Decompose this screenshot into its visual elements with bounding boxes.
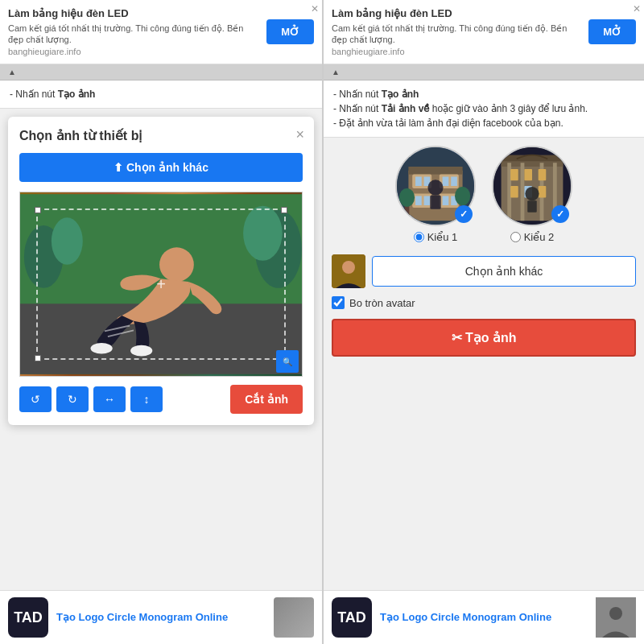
right-ad-text: Làm bảng hiệu đèn LED Cam kết giá tốt nh… — [332, 7, 588, 56]
left-collapse-arrow-icon: ▲ — [8, 68, 16, 76]
right-ad-title: Làm bảng hiệu đèn LED — [332, 7, 582, 21]
redo-button[interactable]: ↻ — [56, 386, 89, 412]
modal-close-icon[interactable]: × — [295, 126, 304, 143]
left-ad-close-icon[interactable]: ✕ — [311, 3, 319, 14]
svg-rect-39 — [524, 169, 532, 180]
svg-rect-40 — [539, 169, 547, 180]
svg-point-24 — [427, 180, 443, 195]
cropper-area[interactable]: + 🔍 — [19, 192, 303, 377]
svg-rect-21 — [424, 196, 431, 205]
right-bottom-ad-icon: TAD — [332, 597, 372, 638]
left-bottom-ad-title: Tạo Logo Circle Monogram Online — [56, 611, 228, 625]
crop-thumbnail: 🔍 — [276, 350, 299, 373]
svg-rect-19 — [451, 176, 457, 186]
right-ad-close-icon[interactable]: ✕ — [633, 3, 641, 14]
tool-row: ↺ ↻ ↔ ↕ Cắt ảnh — [19, 385, 303, 414]
style-1-radio[interactable] — [414, 232, 424, 242]
left-ad-open-button[interactable]: MỞ — [266, 19, 314, 44]
svg-rect-38 — [510, 169, 518, 180]
svg-point-44 — [525, 187, 539, 200]
style-1-text: Kiểu 1 — [427, 231, 458, 243]
style-1-label[interactable]: Kiểu 1 — [414, 231, 458, 243]
svg-point-27 — [399, 188, 415, 207]
right-bottom-ad-image — [596, 597, 636, 638]
style-selector: ✓ Kiểu 1 — [332, 146, 636, 243]
style-2-radio[interactable] — [510, 232, 521, 242]
create-photo-button[interactable]: ✂ Tạo ảnh — [332, 319, 636, 357]
right-bottom-ad-title: Tạo Logo Circle Monogram Online — [380, 611, 551, 625]
checkbox-row: Bo tròn avatar — [332, 296, 636, 309]
right-panel: Làm bảng hiệu đèn LED Cam kết giá tốt nh… — [322, 0, 644, 644]
right-collapse-bar[interactable]: ▲ — [324, 64, 644, 80]
modal-title: Chọn ảnh từ thiết bị — [19, 128, 303, 143]
left-ad-text: Làm bảng hiệu đèn LED Cam kết giá tốt nh… — [8, 7, 266, 56]
left-ad-domain: banghieugiare.info — [8, 47, 260, 56]
style-2-check-icon: ✓ — [551, 205, 569, 223]
modal-box: × Chọn ảnh từ thiết bị ⬆ Chọn ảnh khác — [8, 117, 314, 425]
svg-rect-43 — [539, 186, 547, 197]
right-instruction-line-3: - Đặt ảnh vừa tải làm ảnh đại diện faceb… — [333, 116, 634, 130]
right-instruction-line-2: - Nhấn nút Tải ảnh về hoặc giữ vào ảnh 3… — [333, 101, 634, 116]
style-2-label[interactable]: Kiểu 2 — [510, 231, 555, 243]
svg-rect-20 — [415, 196, 422, 205]
svg-rect-18 — [443, 176, 449, 186]
left-instructions: - Nhấn nút Tạo ảnh — [0, 80, 322, 109]
left-bottom-ad-image — [274, 597, 314, 638]
flip-horizontal-button[interactable]: ↔ — [93, 386, 126, 412]
right-ad-desc: Cam kết giá tốt nhất thị trường. Thi côn… — [332, 23, 582, 46]
svg-rect-36 — [521, 163, 525, 221]
style-1-check-icon: ✓ — [455, 205, 473, 223]
style-1-avatar-wrap: ✓ — [395, 146, 476, 226]
left-collapse-bar[interactable]: ▲ — [0, 64, 322, 80]
left-ad-desc: Cam kết giá tốt nhất thị trường. Thi côn… — [8, 23, 260, 46]
right-ad-domain: banghieugiare.info — [332, 47, 582, 56]
cut-button[interactable]: Cắt ảnh — [230, 385, 303, 414]
choose-photo-button[interactable]: Chọn ảnh khác — [372, 256, 636, 287]
style-option-2[interactable]: ✓ Kiểu 2 — [492, 146, 572, 243]
flip-vertical-button[interactable]: ↕ — [130, 386, 163, 412]
svg-rect-25 — [430, 196, 440, 209]
left-instruction-line: - Nhấn nút Tạo ảnh — [10, 87, 312, 101]
crop-handle-tr[interactable] — [281, 207, 287, 213]
crop-handle-tl[interactable] — [35, 207, 41, 213]
style-option-1[interactable]: ✓ Kiểu 1 — [395, 146, 476, 243]
right-instruction-line-1: - Nhấn nút Tạo ảnh — [333, 87, 634, 101]
crop-overlay[interactable]: + — [36, 208, 286, 360]
right-main-content: ✓ Kiểu 1 — [324, 138, 644, 590]
right-instructions: - Nhấn nút Tạo ảnh - Nhấn nút Tải ảnh về… — [324, 80, 644, 138]
style-2-avatar-wrap: ✓ — [492, 146, 572, 226]
style-2-text: Kiểu 2 — [524, 231, 555, 243]
svg-rect-11 — [408, 167, 462, 175]
left-bottom-ad: TAD Tạo Logo Circle Monogram Online — [0, 590, 322, 644]
right-ad-open-button[interactable]: MỞ — [588, 19, 636, 44]
svg-point-29 — [455, 187, 470, 205]
mini-photo-preview — [332, 254, 365, 288]
svg-rect-33 — [502, 155, 564, 162]
right-bottom-ad: TAD Tạo Logo Circle Monogram Online — [324, 590, 644, 644]
left-ad-title: Làm bảng hiệu đèn LED — [8, 7, 260, 21]
round-avatar-label: Bo tròn avatar — [349, 297, 415, 309]
undo-button[interactable]: ↺ — [19, 386, 52, 412]
left-panel: Làm bảng hiệu đèn LED Cam kết giá tốt nh… — [0, 0, 322, 644]
right-ad-banner: Làm bảng hiệu đèn LED Cam kết giá tốt nh… — [324, 0, 644, 64]
crop-handle-bl[interactable] — [35, 355, 41, 361]
svg-rect-22 — [443, 196, 449, 205]
round-avatar-checkbox[interactable] — [332, 296, 345, 309]
left-ad-banner: Làm bảng hiệu đèn LED Cam kết giá tốt nh… — [0, 0, 322, 64]
left-bottom-ad-icon: TAD — [8, 597, 48, 638]
svg-rect-16 — [415, 176, 422, 186]
svg-point-49 — [609, 607, 622, 620]
svg-point-47 — [342, 261, 355, 274]
choose-photo-row: Chọn ảnh khác — [332, 254, 636, 288]
right-collapse-arrow-icon: ▲ — [332, 68, 340, 76]
left-main-content: × Chọn ảnh từ thiết bị ⬆ Chọn ảnh khác — [0, 109, 322, 590]
crop-center-icon: + — [156, 275, 166, 294]
svg-rect-41 — [510, 186, 518, 197]
svg-rect-45 — [527, 200, 537, 212]
choose-other-photo-button[interactable]: ⬆ Chọn ảnh khác — [19, 153, 303, 182]
